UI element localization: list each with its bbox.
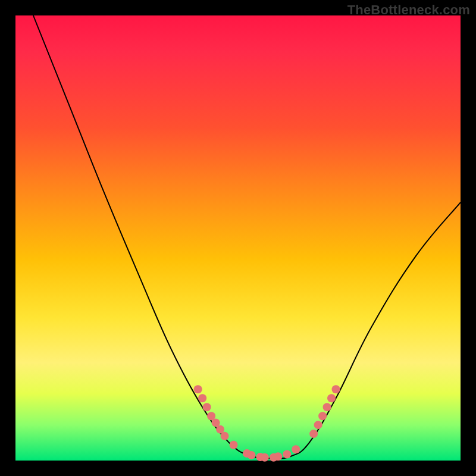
highlight-dot [221,432,229,440]
highlight-dot [207,412,215,420]
highlight-dot [216,425,224,434]
highlight-dot [318,412,327,420]
highlight-dots-group [194,385,340,461]
highlight-dot [243,449,251,458]
highlight-dot [198,394,206,402]
highlight-dot [230,441,238,449]
highlight-dot [261,453,269,462]
highlight-dot [292,445,300,453]
bottleneck-curve [33,15,461,458]
highlight-dot [327,394,336,402]
chart-svg [15,15,461,461]
highlight-dot [212,418,220,427]
highlight-dot [256,453,264,461]
highlight-dot [332,385,340,393]
highlight-dot [314,421,322,429]
highlight-dot [323,403,331,411]
highlight-dot [274,452,282,461]
chart-frame: TheBottleneck.com [0,0,476,476]
highlight-dot [309,430,318,438]
highlight-dot [283,450,291,459]
highlight-dot [203,403,211,411]
highlight-dot [194,385,202,393]
highlight-dot [247,451,255,459]
chart-plot-area [15,15,461,461]
highlight-dot [270,453,278,462]
